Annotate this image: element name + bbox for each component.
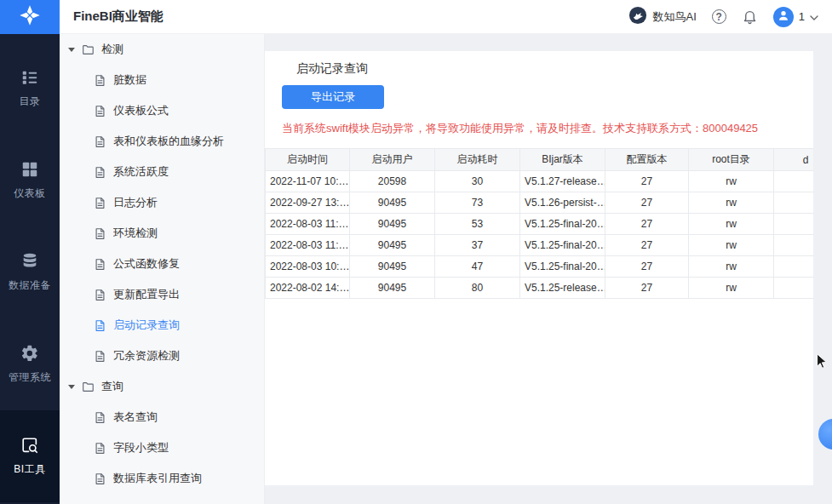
table-cell: 47 — [435, 256, 520, 278]
table-cell: 2022-11-07 10:… — [266, 171, 350, 192]
warning-message: 当前系统swift模块启动异常，将导致功能使用异常，请及时排查。技术支持联系方式… — [282, 121, 796, 136]
rail-item-label: 仪表板 — [14, 186, 46, 201]
table-cell: 90495 — [350, 192, 435, 214]
table-cell: rw — [689, 256, 774, 278]
table-body: 2022-11-07 10:…2059830V5.1.27-release…27… — [266, 171, 814, 299]
table-cell — [774, 256, 814, 278]
rail-item-label: 数据准备 — [9, 278, 51, 293]
tree-item[interactable]: 数据库表引用查询 — [60, 463, 264, 494]
rail-item-catalog[interactable]: 目录 — [0, 43, 60, 135]
document-icon — [94, 105, 106, 117]
database-icon — [20, 252, 39, 271]
table-cell: 80 — [435, 278, 520, 299]
ai-assistant-label: 数知鸟AI — [652, 9, 696, 25]
tree-item[interactable]: 启动记录查询 — [60, 310, 264, 341]
rail-item-bi-tools[interactable]: BI工具 — [0, 410, 60, 502]
table-cell: 30 — [435, 171, 520, 192]
topbar-actions: 数知鸟AI ? 1 — [628, 6, 818, 27]
tree-item-label: 系统活跃度 — [113, 164, 169, 180]
tree-item[interactable]: 表名查询 — [60, 402, 264, 432]
tree-item[interactable]: 仪表板公式 — [60, 95, 264, 126]
tree-item[interactable]: 公式函数修复 — [60, 249, 264, 279]
table-row[interactable]: 2022-09-27 13:…9049573V5.1.26-persist-…2… — [266, 192, 814, 214]
tree-item-label: 冗余资源检测 — [113, 348, 180, 364]
tree-item-label: 启动记录查询 — [113, 318, 180, 333]
notification-bell-icon[interactable] — [742, 9, 758, 25]
mouse-cursor — [813, 352, 830, 369]
document-icon — [94, 289, 106, 301]
table-header-row: 启动时间启动用户启动耗时BIjar版本配置版本root目录d — [266, 149, 814, 171]
tree-item[interactable]: 字段小类型 — [60, 432, 264, 463]
catalog-icon — [20, 68, 39, 87]
ai-assistant-button[interactable]: 数知鸟AI — [628, 6, 696, 27]
tree-item[interactable]: 环境检测 — [60, 218, 264, 249]
table-cell: 2022-08-03 11:… — [266, 235, 350, 256]
document-icon — [94, 442, 106, 455]
table-cell: V5.1.25-release… — [520, 278, 605, 299]
tree-panel: 检测脏数据仪表板公式表和仪表板的血缘分析系统活跃度日志分析环境检测公式函数修复更… — [60, 34, 265, 504]
tree-item-label: 公式函数修复 — [113, 256, 180, 272]
tree-item-label: 表和仪表板的血缘分析 — [113, 134, 224, 149]
document-icon — [94, 197, 106, 209]
records-table: 启动时间启动用户启动耗时BIjar版本配置版本root目录d 2022-11-0… — [265, 148, 813, 299]
table-row[interactable]: 2022-08-03 10:…9049547V5.1.25-final-20…2… — [266, 256, 814, 278]
export-records-button[interactable]: 导出记录 — [282, 85, 384, 109]
column-header: 配置版本 — [605, 149, 689, 171]
document-icon — [94, 135, 106, 148]
app-title: FineBI商业智能 — [73, 9, 164, 25]
table-row[interactable]: 2022-08-03 11:…9049537V5.1.25-final-20…2… — [266, 235, 814, 256]
tree-item-label: 脏数据 — [113, 72, 146, 88]
document-icon — [94, 319, 106, 332]
tree-item[interactable]: 系统活跃度 — [60, 157, 264, 187]
rail-item-label: 目录 — [20, 94, 41, 109]
rail-item-admin[interactable]: 管理系统 — [0, 318, 60, 410]
table-cell: 27 — [605, 214, 689, 235]
table-cell: V5.1.25-final-20… — [520, 214, 605, 235]
table-cell: 90495 — [350, 214, 435, 235]
table-cell: 2022-09-27 13:… — [266, 192, 350, 214]
column-header: 启动时间 — [266, 149, 350, 171]
tree-item[interactable]: 脏数据 — [60, 65, 264, 95]
document-icon — [94, 258, 106, 271]
tree-item-label: 数据库表引用查询 — [113, 471, 202, 486]
tree-item-label: 仪表板公式 — [113, 103, 169, 118]
tree-group-2[interactable]: 查询 — [60, 371, 264, 402]
expand-arrow-icon — [68, 48, 75, 52]
user-menu[interactable]: 1 — [773, 7, 818, 27]
table-row[interactable]: 2022-08-02 14:…9049580V5.1.25-release…27… — [266, 278, 814, 299]
table-cell: 27 — [605, 235, 689, 256]
expand-arrow-icon — [68, 385, 75, 389]
gear-icon — [20, 344, 39, 363]
tree-group-label: 查询 — [101, 379, 123, 394]
rail-item-label: BI工具 — [14, 462, 45, 477]
table-cell: 73 — [435, 192, 520, 214]
column-header: BIjar版本 — [520, 149, 605, 171]
app-logo[interactable] — [0, 0, 60, 34]
table-cell: V5.1.25-final-20… — [520, 256, 605, 278]
table-cell — [774, 214, 814, 235]
table-cell: V5.1.25-final-20… — [520, 235, 605, 256]
table-cell: rw — [689, 171, 774, 192]
help-icon[interactable]: ? — [712, 9, 726, 24]
tree-item[interactable]: 冗余资源检测 — [60, 341, 264, 371]
tree-item[interactable]: 更新配置导出 — [60, 279, 264, 310]
column-header: 启动耗时 — [435, 149, 520, 171]
user-count: 1 — [799, 10, 805, 23]
tree-item-label: 表名查询 — [113, 410, 158, 425]
table-cell: 27 — [605, 278, 689, 299]
document-icon — [94, 227, 106, 240]
table-row[interactable]: 2022-08-03 11:…9049553V5.1.25-final-20…2… — [266, 214, 814, 235]
tree-group-1[interactable]: 检测 — [60, 34, 264, 65]
tree-group-3[interactable] — [60, 494, 264, 504]
tree-item[interactable]: 表和仪表板的血缘分析 — [60, 126, 264, 157]
table-cell — [774, 192, 814, 214]
table-cell: 27 — [605, 171, 689, 192]
tree-group-label: 检测 — [101, 42, 123, 57]
content-area: 启动记录查询 导出记录 当前系统swift模块启动异常，将导致功能使用异常，请及… — [265, 34, 832, 504]
tree-item[interactable]: 日志分析 — [60, 187, 264, 218]
rail-item-data-prep[interactable]: 数据准备 — [0, 226, 60, 318]
rail-item-dashboard[interactable]: 仪表板 — [0, 135, 60, 226]
table-row[interactable]: 2022-11-07 10:…2059830V5.1.27-release…27… — [266, 171, 814, 192]
topbar: FineBI商业智能 数知鸟AI ? 1 — [60, 0, 832, 34]
magnifier-icon — [20, 436, 39, 455]
